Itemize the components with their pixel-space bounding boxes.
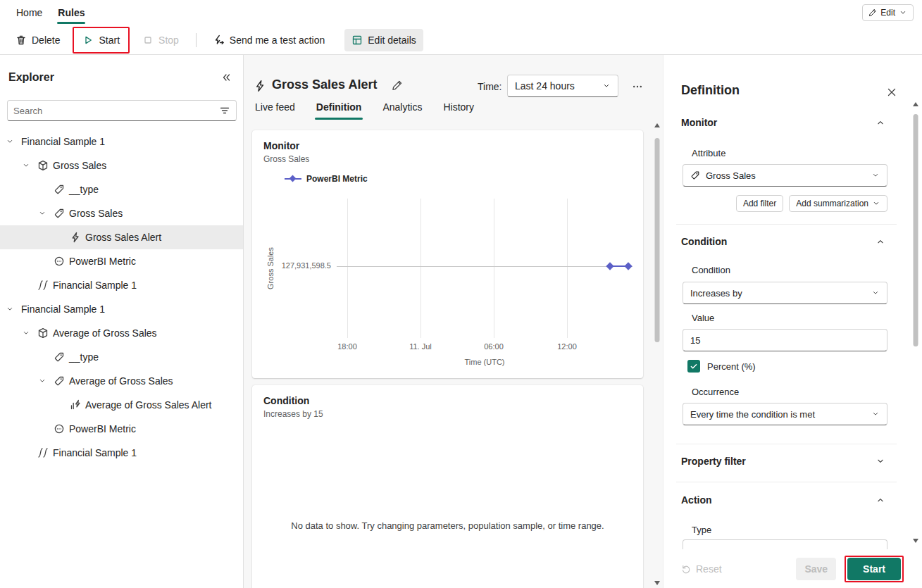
edit-dropdown-button[interactable]: Edit — [862, 4, 914, 21]
tree-item-gross-sales-attribute[interactable]: Gross Sales — [0, 201, 243, 225]
tab-analytics[interactable]: Analytics — [381, 96, 423, 120]
play-icon — [82, 35, 94, 46]
add-filter-button[interactable]: Add filter — [736, 195, 783, 212]
nav-tab-label: Home — [16, 7, 42, 18]
tree-item-average-gross-sales-attribute[interactable]: Average of Gross Sales — [0, 369, 243, 393]
search-input[interactable] — [13, 106, 219, 116]
percent-checkbox[interactable] — [687, 360, 700, 373]
data-point-diamond — [624, 262, 632, 270]
filter-icon[interactable] — [219, 105, 230, 116]
percent-label: Percent (%) — [707, 361, 756, 372]
chevron-down-icon[interactable] — [38, 209, 54, 218]
tree-item-average-gross-sales-alert[interactable]: Average of Gross Sales Alert — [0, 393, 243, 417]
scroll-up-icon[interactable] — [911, 99, 920, 109]
nav-tab-home[interactable]: Home — [8, 0, 50, 25]
gridline — [567, 199, 568, 338]
x-tick-label: 06:00 — [484, 342, 504, 351]
tree-item-type[interactable]: __type — [0, 177, 243, 201]
chevron-down-icon[interactable] — [22, 161, 37, 170]
page-title: Gross Sales Alert — [272, 77, 377, 92]
start-annotation-box: Start — [73, 27, 130, 54]
add-summarization-button[interactable]: Add summarization — [789, 195, 887, 212]
eventstream-icon — [37, 280, 53, 291]
alert-lightning-icon — [70, 232, 85, 243]
chevron-down-icon[interactable] — [6, 305, 21, 313]
chevron-down-icon — [899, 8, 907, 17]
explorer-header: Explorer — [8, 69, 235, 86]
reset-button-label: Reset — [696, 563, 722, 575]
time-range-dropdown[interactable]: Last 24 hours — [507, 75, 618, 97]
tree-item-label: Average of Gross Sales — [69, 375, 173, 387]
close-icon[interactable] — [884, 85, 899, 100]
tree-item-type[interactable]: __type — [0, 345, 243, 369]
chevron-up-icon[interactable] — [875, 494, 886, 506]
chevron-down-icon[interactable] — [875, 456, 886, 467]
main-scrollbar[interactable] — [652, 120, 662, 588]
attribute-dropdown[interactable]: Gross Sales — [683, 164, 887, 187]
tree-item-financial-sample-1[interactable]: Financial Sample 1 — [0, 297, 243, 321]
condition-dropdown[interactable]: Increases by — [683, 282, 887, 304]
tree-item-financial-sample-1[interactable]: Financial Sample 1 — [0, 130, 243, 154]
tag-icon — [54, 351, 69, 363]
tag-icon — [54, 375, 69, 387]
tree-item-gross-sales-alert[interactable]: Gross Sales Alert — [0, 225, 243, 249]
rename-pencil-icon[interactable] — [392, 80, 403, 91]
section-header-condition: Condition — [681, 236, 727, 247]
data-point-diamond — [606, 262, 613, 270]
chevron-down-icon[interactable] — [38, 377, 54, 385]
rule-lightning-icon — [254, 80, 266, 92]
panel-scrollbar[interactable] — [911, 99, 920, 546]
panel-title: Definition — [681, 83, 740, 98]
section-divider — [676, 444, 897, 444]
tree-item-powerbi-metric[interactable]: PowerBI Metric — [0, 417, 243, 441]
tree-item-financial-sample-1-stream[interactable]: Financial Sample 1 — [0, 441, 243, 465]
tree-item-label: __type — [69, 351, 99, 363]
scrollbar-thumb[interactable] — [654, 138, 659, 342]
send-test-action-button[interactable]: Send me a test action — [206, 29, 332, 51]
reset-button[interactable]: Reset — [681, 563, 722, 575]
edit-details-button[interactable]: Edit details — [344, 29, 423, 51]
monitor-card-subtitle: Gross Sales — [263, 154, 309, 164]
x-tick-label: 12:00 — [557, 342, 577, 351]
scroll-down-icon[interactable] — [652, 577, 662, 588]
tree-item-label: Average of Gross Sales — [53, 327, 157, 339]
toolbar: Delete Start Stop Send me a test action … — [0, 25, 922, 55]
gridline — [494, 199, 494, 338]
table-grid-icon — [351, 35, 363, 46]
condition-card-title: Condition — [263, 395, 309, 406]
start-annotation-box: Start — [845, 556, 904, 582]
more-options-icon[interactable] — [628, 77, 647, 96]
tree-item-gross-sales-object[interactable]: Gross Sales — [0, 154, 243, 177]
save-button[interactable]: Save — [796, 558, 836, 580]
tab-history[interactable]: History — [442, 96, 475, 120]
occurrence-dropdown[interactable]: Every time the condition is met — [683, 403, 887, 425]
percent-checkbox-row[interactable]: Percent (%) — [687, 360, 756, 373]
tag-icon — [54, 208, 69, 219]
monitor-card-title: Monitor — [263, 140, 299, 151]
start-button[interactable]: Start — [75, 29, 127, 51]
tree-item-label: __type — [69, 184, 99, 195]
tree-item-financial-sample-1-stream[interactable]: Financial Sample 1 — [0, 273, 243, 297]
metric-icon — [54, 423, 69, 434]
chevron-down-icon — [602, 82, 611, 90]
chevron-down-icon[interactable] — [6, 137, 21, 146]
chevron-up-icon[interactable] — [875, 117, 886, 128]
collapse-panel-icon[interactable] — [218, 69, 235, 86]
nav-tab-rules[interactable]: Rules — [50, 0, 92, 25]
tree-item-powerbi-metric[interactable]: PowerBI Metric — [0, 249, 243, 273]
explorer-search — [7, 100, 237, 121]
condition-value: Increases by — [690, 288, 866, 299]
chevron-down-icon[interactable] — [22, 329, 37, 337]
delete-button[interactable]: Delete — [8, 29, 67, 51]
stop-button[interactable]: Stop — [135, 29, 186, 51]
tab-definition[interactable]: Definition — [315, 96, 363, 120]
chevron-up-icon[interactable] — [875, 236, 886, 247]
tree-item-average-gross-sales-object[interactable]: Average of Gross Sales — [0, 321, 243, 345]
value-input[interactable] — [683, 329, 887, 351]
tab-live-feed[interactable]: Live feed — [254, 96, 297, 120]
scrollbar-thumb[interactable] — [913, 114, 918, 346]
main-content: Gross Sales Alert Time: Last 24 hours Li… — [244, 55, 663, 588]
scroll-down-icon[interactable] — [911, 535, 920, 546]
panel-start-button[interactable]: Start — [847, 558, 901, 580]
scroll-up-icon[interactable] — [652, 120, 662, 130]
